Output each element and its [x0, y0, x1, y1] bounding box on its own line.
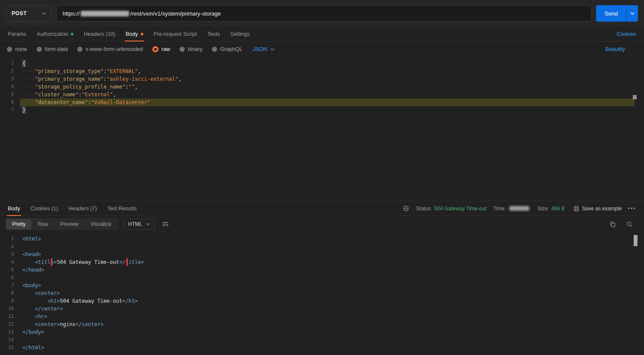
copy-icon [609, 221, 616, 228]
view-tab-preview[interactable]: Preview [54, 219, 85, 229]
body-type-raw[interactable]: raw [152, 46, 170, 52]
code-text: <h1>504 Gateway Time-out</h1> [20, 297, 635, 305]
code-text [20, 274, 635, 282]
body-type-graphql[interactable]: GraphQL [212, 46, 242, 52]
code-text [20, 243, 635, 250]
code-line: 15</html> [0, 344, 644, 352]
globe-icon[interactable] [403, 205, 409, 212]
line-number: 1 [0, 60, 20, 67]
code-token: , [138, 68, 141, 74]
code-token [22, 306, 35, 312]
code-token [22, 321, 35, 327]
request-code-lines: 1{2····"primary_storage_type":"EXTERNAL"… [0, 60, 644, 114]
view-tab-pretty[interactable]: Pretty [6, 219, 32, 229]
search-response-button[interactable] [625, 219, 635, 229]
cookies-link[interactable]: Cookies [612, 31, 641, 37]
code-text: <html> [20, 235, 635, 243]
send-button[interactable]: Send [596, 5, 626, 22]
code-token: "datacenter_name" [35, 99, 88, 105]
radio-label: none [15, 46, 27, 52]
tab-label: Tests [207, 31, 220, 37]
code-token: </center> [35, 306, 63, 312]
request-tab-pre-request-script[interactable]: Pre-request Script [148, 27, 202, 41]
code-token: </h1> [122, 298, 138, 304]
code-token: <body> [22, 282, 41, 288]
code-token: , [178, 76, 181, 82]
request-tab-headers-10[interactable]: Headers (10) [79, 27, 120, 41]
code-text: ····"primary_storage_name":"ashley-iscci… [20, 75, 635, 83]
view-tab-raw[interactable]: Raw [32, 219, 54, 229]
line-number: 2 [0, 67, 20, 75]
body-type-binary[interactable]: binary [180, 46, 202, 52]
method-select[interactable]: POST [6, 5, 52, 22]
line-number: 11 [0, 313, 20, 320]
code-text: </body> [20, 328, 635, 336]
tab-label: Params [8, 31, 26, 37]
code-token: </ [119, 259, 125, 265]
view-tab-visualize[interactable]: Visualize [85, 219, 117, 229]
code-line: 5</head> [0, 266, 644, 274]
code-line: 13</body> [0, 328, 644, 336]
response-tabs-list: BodyCookies (1)Headers (7)Test Results [3, 201, 403, 216]
line-number: 4 [0, 83, 20, 91]
copy-response-button[interactable] [608, 219, 618, 229]
code-token: </body> [22, 329, 44, 335]
radio-label: raw [161, 46, 170, 52]
code-line: 6 [0, 274, 644, 282]
wrap-text-icon [162, 221, 169, 228]
response-language-select[interactable]: HTML [123, 219, 155, 230]
code-token: "EXTERNAL" [107, 68, 138, 74]
line-number: 5 [0, 266, 20, 274]
code-token: ···· [22, 76, 35, 82]
code-text: ····"cluster_name":"External", [20, 91, 635, 98]
code-token: title> [125, 259, 144, 265]
url-input[interactable]: https:// /rest/vxm/v1/system/primary-sto… [56, 5, 592, 22]
code-text: </center> [20, 305, 635, 313]
response-tab-headers-7[interactable]: Headers (7) [63, 201, 102, 216]
raw-language-label: JSON [253, 46, 267, 52]
beautify-link[interactable]: Beautify [606, 46, 637, 52]
request-tab-tests[interactable]: Tests [202, 27, 225, 41]
wrap-text-button[interactable] [160, 219, 170, 229]
request-tab-params[interactable]: Params [3, 27, 32, 41]
save-as-example-button[interactable]: Save as example [573, 206, 622, 212]
code-token: : [125, 84, 128, 90]
response-tab-test-results[interactable]: Test Results [102, 201, 142, 216]
line-number: 2 [0, 243, 20, 250]
request-body-editor[interactable]: 1{2····"primary_storage_type":"EXTERNAL"… [0, 57, 644, 201]
url-prefix: https:// [63, 10, 79, 17]
body-type-none[interactable]: none [7, 46, 27, 52]
code-token: <center> [35, 290, 60, 296]
more-options-icon[interactable]: ••• [628, 205, 636, 212]
request-tab-authorization[interactable]: Authorization [32, 27, 79, 41]
radio-icon [180, 47, 185, 52]
line-number: 14 [0, 336, 20, 344]
code-token [22, 298, 47, 304]
send-options-button[interactable] [626, 5, 638, 22]
line-number: 7 [0, 282, 20, 289]
request-tab-settings[interactable]: Settings [225, 27, 255, 41]
tab-label: Authorization [37, 31, 68, 37]
overview-ruler-mark [633, 95, 637, 99]
response-tab-body[interactable]: Body [3, 201, 25, 216]
response-body-editor[interactable]: 1<html>23<head>4 <title>504 Gateway Time… [0, 232, 644, 355]
code-token: : [104, 76, 107, 82]
code-token: 504 Gateway Time-out [57, 259, 120, 265]
line-number: 4 [0, 258, 20, 266]
body-type-x-www-form-urlencoded[interactable]: x-www-form-urlencoded [77, 46, 143, 52]
code-line: 7<body> [0, 282, 644, 289]
code-token: nginx [60, 321, 76, 327]
send-button-group: Send [596, 5, 638, 22]
code-line: 8 <center> [0, 289, 644, 297]
response-toolbar: PrettyRawPreviewVisualize HTML [0, 216, 644, 232]
line-number: 6 [0, 98, 20, 106]
raw-language-select[interactable]: JSON [253, 46, 275, 52]
code-token: "External" [82, 92, 113, 98]
request-tab-body[interactable]: Body [120, 27, 148, 41]
response-scrollbar-thumb[interactable] [634, 235, 638, 246]
body-type-form-data[interactable]: form-data [37, 46, 68, 52]
code-token: > [54, 259, 57, 265]
response-tab-cookies-1[interactable]: Cookies (1) [25, 201, 63, 216]
code-text: <head> [20, 250, 635, 258]
code-text: { [20, 60, 635, 67]
